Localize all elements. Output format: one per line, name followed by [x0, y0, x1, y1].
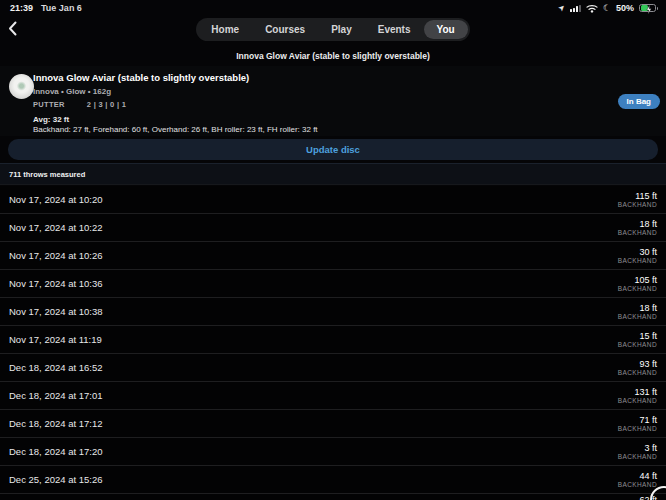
tab-home[interactable]: Home	[198, 20, 252, 39]
throw-result: 115 ft BACKHAND	[618, 191, 657, 209]
throw-result: 30 ft BACKHAND	[618, 247, 657, 265]
throw-distance: 3 ft	[618, 443, 657, 453]
battery-percent: 50%	[616, 3, 634, 13]
tab-play[interactable]: Play	[318, 20, 365, 39]
throw-distance: 30 ft	[618, 247, 657, 257]
throw-row[interactable]: Dec 18, 2024 at 17:12 71 ft BACKHAND	[0, 410, 666, 438]
throw-result: 131 ft BACKHAND	[618, 387, 657, 405]
throw-row[interactable]: Nov 17, 2024 at 10:22 18 ft BACKHAND	[0, 214, 666, 242]
tab-you[interactable]: You	[424, 20, 468, 39]
throw-result: 15 ft BACKHAND	[618, 331, 657, 349]
clock-time: 21:39	[10, 3, 33, 13]
disc-flight-numbers: 2 | 3 | 0 | 1	[87, 100, 126, 109]
throw-result: 44 ft BACKHAND	[618, 471, 657, 489]
disc-type-label: PUTTER	[33, 100, 65, 109]
throw-type: BACKHAND	[618, 425, 657, 432]
disc-detail-screen: 21:39 Tue Jan 6 ➤ ☾ 50%	[0, 0, 666, 500]
throw-result: 93 ft BACKHAND	[618, 359, 657, 377]
throw-type: BACKHAND	[618, 397, 657, 404]
throw-row[interactable]: Nov 17, 2024 at 10:20 115 ft BACKHAND	[0, 186, 666, 214]
throw-distance: 44 ft	[618, 471, 657, 481]
throws-count-label: 711 throws measured	[9, 170, 85, 179]
throw-date: Dec 25, 2024 at 15:26	[9, 474, 103, 485]
cellular-icon	[570, 4, 581, 12]
moon-icon: ☾	[603, 3, 611, 13]
throw-date: Dec 18, 2024 at 17:01	[9, 390, 103, 401]
throw-type: BACKHAND	[618, 229, 657, 236]
throw-date: Nov 17, 2024 at 10:36	[9, 278, 103, 289]
throw-date: Nov 17, 2024 at 10:20	[9, 194, 103, 205]
throw-result: 18 ft BACKHAND	[618, 219, 657, 237]
throws-section-header: 711 throws measured	[0, 163, 666, 185]
throw-list: Nov 17, 2024 at 10:20 115 ft BACKHAND No…	[0, 186, 666, 500]
throw-row[interactable]: Nov 17, 2024 at 10:36 105 ft BACKHAND	[0, 270, 666, 298]
chevron-left-icon	[8, 21, 17, 36]
throw-type: BACKHAND	[618, 257, 657, 264]
wifi-icon	[586, 4, 598, 13]
throw-result: 18 ft BACKHAND	[618, 303, 657, 321]
disc-meta: Innova • Glow • 162g	[33, 87, 622, 96]
throw-distance: 115 ft	[618, 191, 657, 201]
throw-date: Dec 18, 2024 at 16:52	[9, 362, 103, 373]
nav-row: Home Courses Play Events You	[0, 16, 666, 42]
throw-distance: 131 ft	[618, 387, 657, 397]
location-icon: ➤	[557, 3, 567, 13]
throw-distance: 93 ft	[618, 359, 657, 369]
tab-events[interactable]: Events	[365, 20, 424, 39]
throw-type: BACKHAND	[618, 453, 657, 460]
back-button[interactable]	[8, 18, 24, 38]
tab-bar: Home Courses Play Events You	[196, 18, 469, 41]
disc-info: Innova Glow Aviar (stable to slightly ov…	[33, 72, 622, 148]
throw-distance: 71 ft	[618, 415, 657, 425]
throw-row[interactable]: Nov 17, 2024 at 10:26 30 ft BACKHAND	[0, 242, 666, 270]
page-title: Innova Glow Aviar (stable to slightly ov…	[0, 51, 666, 61]
tab-courses[interactable]: Courses	[252, 20, 318, 39]
throw-result: 3 ft BACKHAND	[618, 443, 657, 461]
throw-row[interactable]: Nov 17, 2024 at 11:19 15 ft BACKHAND	[0, 326, 666, 354]
throw-distance: 105 ft	[618, 275, 657, 285]
throw-row[interactable]: Dec 18, 2024 at 17:01 131 ft BACKHAND	[0, 382, 666, 410]
throw-type: BACKHAND	[618, 285, 657, 292]
throw-row[interactable]: Dec 18, 2024 at 16:52 93 ft BACKHAND	[0, 354, 666, 382]
throw-distance: 18 ft	[618, 219, 657, 229]
throw-date: Dec 18, 2024 at 17:20	[9, 446, 103, 457]
throw-result: 105 ft BACKHAND	[618, 275, 657, 293]
throw-date: Nov 17, 2024 at 10:38	[9, 306, 103, 317]
throw-result: 71 ft BACKHAND	[618, 415, 657, 433]
throw-distance: 18 ft	[618, 303, 657, 313]
throw-row[interactable]: Nov 17, 2024 at 10:38 18 ft BACKHAND	[0, 298, 666, 326]
update-disc-button[interactable]: Update disc	[8, 139, 658, 160]
throw-type: BACKHAND	[618, 481, 657, 488]
disc-name: Innova Glow Aviar (stable to slightly ov…	[33, 72, 622, 83]
disc-card: Innova Glow Aviar (stable to slightly ov…	[0, 66, 666, 136]
throw-type: BACKHAND	[618, 201, 657, 208]
throw-type: BACKHAND	[618, 341, 657, 348]
in-bag-badge[interactable]: In Bag	[618, 94, 660, 109]
throw-type: BACKHAND	[618, 369, 657, 376]
throw-date: Dec 18, 2024 at 17:12	[9, 418, 103, 429]
throw-type: BACKHAND	[618, 313, 657, 320]
throw-row-partial[interactable]: 62 ft	[0, 494, 666, 500]
throw-date: Nov 17, 2024 at 10:22	[9, 222, 103, 233]
disc-flight-row: PUTTER 2 | 3 | 0 | 1	[33, 100, 622, 109]
battery-icon	[639, 4, 656, 13]
throw-row[interactable]: Dec 25, 2024 at 15:26 44 ft BACKHAND	[0, 466, 666, 494]
throw-row[interactable]: Dec 18, 2024 at 17:20 3 ft BACKHAND	[0, 438, 666, 466]
disc-average-distance: Avg: 32 ft	[33, 115, 622, 124]
disc-image	[9, 74, 34, 99]
status-bar: 21:39 Tue Jan 6 ➤ ☾ 50%	[0, 0, 666, 16]
disc-throw-stats: Backhand: 27 ft, Forehand: 60 ft, Overha…	[33, 125, 622, 134]
throw-distance: 15 ft	[618, 331, 657, 341]
throw-date: Nov 17, 2024 at 10:26	[9, 250, 103, 261]
clock-date: Tue Jan 6	[41, 3, 82, 13]
throw-date: Nov 17, 2024 at 11:19	[9, 334, 102, 345]
